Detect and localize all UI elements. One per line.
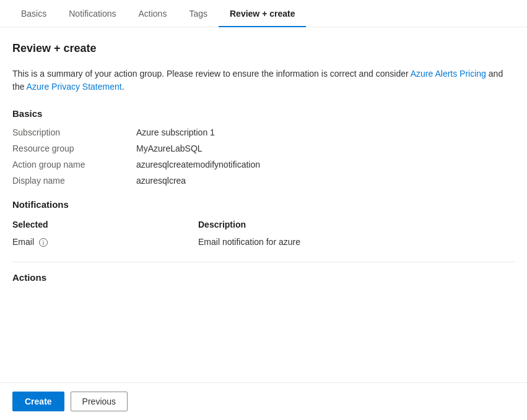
azure-alerts-pricing-link[interactable]: Azure Alerts Pricing — [411, 69, 486, 79]
previous-button[interactable]: Previous — [71, 392, 128, 411]
create-button[interactable]: Create — [12, 392, 64, 411]
actions-divider — [12, 262, 515, 262]
action-group-name-label: Action group name — [12, 158, 136, 171]
notification-type-label: Email — [12, 237, 34, 247]
tab-actions[interactable]: Actions — [128, 0, 178, 27]
page-title: Review + create — [12, 42, 515, 55]
summary-text-suffix: . — [122, 82, 124, 92]
tab-tags[interactable]: Tags — [178, 0, 219, 27]
actions-section-title: Actions — [12, 272, 515, 283]
notifications-section-title: Notifications — [12, 199, 515, 210]
notifications-table: Selected Description Email i Email notif… — [12, 217, 515, 249]
summary-text-prefix: This is a summary of your action group. … — [12, 69, 411, 79]
tab-review-create[interactable]: Review + create — [219, 0, 306, 27]
basics-field-grid: Subscription Azure subscription 1 Resour… — [12, 126, 515, 187]
notification-selected-cell: Email i — [12, 234, 198, 249]
display-name-label: Display name — [12, 174, 136, 187]
subscription-value: Azure subscription 1 — [136, 126, 515, 139]
subscription-label: Subscription — [12, 126, 136, 139]
col-selected-header: Selected — [12, 217, 198, 234]
notification-description-cell: Email notification for azure — [198, 234, 515, 249]
col-description-header: Description — [198, 217, 515, 234]
footer: Create Previous — [0, 382, 527, 420]
email-info-icon[interactable]: i — [39, 238, 48, 247]
display-name-value: azuresqlcrea — [136, 174, 515, 187]
action-group-name-value: azuresqlcreatemodifynotification — [136, 158, 515, 171]
summary-paragraph: This is a summary of your action group. … — [12, 67, 515, 93]
resource-group-label: Resource group — [12, 142, 136, 155]
tab-bar: Basics Notifications Actions Tags Review… — [0, 0, 527, 27]
tab-notifications[interactable]: Notifications — [58, 0, 127, 27]
resource-group-value: MyAzureLabSQL — [136, 142, 515, 155]
main-content: Review + create This is a summary of you… — [0, 27, 527, 332]
tab-basics[interactable]: Basics — [10, 0, 58, 27]
azure-privacy-link[interactable]: Azure Privacy Statement — [27, 82, 122, 92]
basics-section-title: Basics — [12, 108, 515, 119]
notification-row: Email i Email notification for azure — [12, 234, 515, 249]
